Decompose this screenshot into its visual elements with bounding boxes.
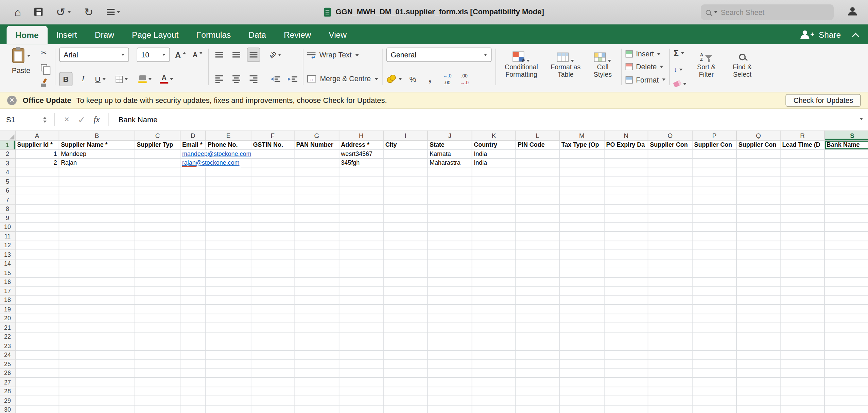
cell-N1[interactable]: PO Expiry Da bbox=[605, 141, 648, 150]
row-header-29[interactable]: 29 bbox=[0, 396, 16, 405]
row-header-3[interactable]: 3 bbox=[0, 159, 16, 168]
cell-M28[interactable] bbox=[560, 387, 605, 396]
cell-A17[interactable] bbox=[16, 287, 59, 296]
row-header-7[interactable]: 7 bbox=[0, 195, 16, 204]
cell-A30[interactable] bbox=[16, 405, 59, 413]
column-header-G[interactable]: G bbox=[295, 130, 340, 140]
cell-M21[interactable] bbox=[560, 323, 605, 332]
cell-R26[interactable] bbox=[781, 369, 825, 378]
paste-button[interactable]: Paste bbox=[5, 47, 36, 89]
cell-J7[interactable] bbox=[428, 195, 472, 204]
cell-C22[interactable] bbox=[135, 332, 180, 341]
row-header-8[interactable]: 8 bbox=[0, 204, 16, 214]
cell-Q10[interactable] bbox=[737, 223, 781, 232]
cell-F9[interactable] bbox=[251, 214, 294, 223]
cell-N19[interactable] bbox=[605, 305, 648, 314]
cell-H20[interactable] bbox=[339, 314, 383, 323]
save-icon[interactable] bbox=[34, 8, 42, 16]
cell-Q14[interactable] bbox=[737, 259, 781, 268]
select-all-corner[interactable] bbox=[0, 130, 16, 140]
cell-I28[interactable] bbox=[384, 387, 428, 396]
cell-K5[interactable] bbox=[472, 177, 516, 186]
cell-M27[interactable] bbox=[560, 378, 605, 387]
cell-Q5[interactable] bbox=[737, 177, 781, 186]
home-icon[interactable]: ⌂ bbox=[14, 6, 21, 18]
cell-S23[interactable] bbox=[825, 341, 868, 351]
cell-B27[interactable] bbox=[59, 378, 135, 387]
cell-H6[interactable] bbox=[339, 186, 383, 195]
cell-Q4[interactable] bbox=[737, 168, 781, 177]
cell-R1[interactable]: Lead Time (D bbox=[781, 141, 825, 150]
cell-N5[interactable] bbox=[605, 177, 648, 186]
cell-F19[interactable] bbox=[251, 305, 294, 314]
cell-A20[interactable] bbox=[16, 314, 59, 323]
cell-B18[interactable] bbox=[59, 296, 135, 305]
cell-B17[interactable] bbox=[59, 287, 135, 296]
column-header-I[interactable]: I bbox=[384, 130, 428, 140]
cell-L29[interactable] bbox=[516, 396, 560, 405]
cell-P1[interactable]: Supplier Con bbox=[693, 141, 737, 150]
cut-scissors-icon[interactable]: ✂ bbox=[41, 49, 47, 57]
cell-J13[interactable] bbox=[428, 250, 472, 259]
italic-button[interactable]: I bbox=[76, 72, 90, 86]
cell-J16[interactable] bbox=[428, 277, 472, 287]
cell-B5[interactable] bbox=[59, 177, 135, 186]
cell-C9[interactable] bbox=[135, 214, 180, 223]
cell-F29[interactable] bbox=[251, 396, 294, 405]
cell-R24[interactable] bbox=[781, 351, 825, 360]
cell-D22[interactable] bbox=[180, 332, 206, 341]
cell-L5[interactable] bbox=[516, 177, 560, 186]
text-orientation-button[interactable]: ab bbox=[268, 48, 282, 62]
cell-A13[interactable] bbox=[16, 250, 59, 259]
cell-B1[interactable]: Supplier Name * bbox=[59, 141, 135, 150]
column-header-R[interactable]: R bbox=[781, 130, 825, 140]
cell-G5[interactable] bbox=[295, 177, 340, 186]
cell-B4[interactable] bbox=[59, 168, 135, 177]
cell-P9[interactable] bbox=[693, 214, 737, 223]
cell-A4[interactable] bbox=[16, 168, 59, 177]
cell-I2[interactable] bbox=[384, 150, 428, 159]
cell-O8[interactable] bbox=[648, 204, 692, 214]
cell-O29[interactable] bbox=[648, 396, 692, 405]
cell-L10[interactable] bbox=[516, 223, 560, 232]
tab-page-layout[interactable]: Page Layout bbox=[123, 24, 187, 44]
cell-M16[interactable] bbox=[560, 277, 605, 287]
cell-K30[interactable] bbox=[472, 405, 516, 413]
enter-check-icon[interactable]: ✓ bbox=[74, 114, 89, 125]
format-painter-icon[interactable] bbox=[40, 78, 48, 87]
cell-N9[interactable] bbox=[605, 214, 648, 223]
cell-S29[interactable] bbox=[825, 396, 868, 405]
cell-R4[interactable] bbox=[781, 168, 825, 177]
cell-I23[interactable] bbox=[384, 341, 428, 351]
cell-J6[interactable] bbox=[428, 186, 472, 195]
cell-J19[interactable] bbox=[428, 305, 472, 314]
row-header-9[interactable]: 9 bbox=[0, 214, 16, 223]
cell-H9[interactable] bbox=[339, 214, 383, 223]
search-scope-caret-icon[interactable] bbox=[714, 11, 717, 14]
cell-A10[interactable] bbox=[16, 223, 59, 232]
cell-K19[interactable] bbox=[472, 305, 516, 314]
cell-G26[interactable] bbox=[295, 369, 340, 378]
cell-C13[interactable] bbox=[135, 250, 180, 259]
cell-L12[interactable] bbox=[516, 241, 560, 250]
cell-R14[interactable] bbox=[781, 259, 825, 268]
increase-decimal-button[interactable]: ←.0.00 bbox=[440, 72, 454, 86]
cell-M24[interactable] bbox=[560, 351, 605, 360]
column-header-D[interactable]: D bbox=[180, 130, 206, 140]
tab-draw[interactable]: Draw bbox=[86, 24, 123, 44]
cell-K20[interactable] bbox=[472, 314, 516, 323]
cell-B19[interactable] bbox=[59, 305, 135, 314]
cell-C28[interactable] bbox=[135, 387, 180, 396]
cell-S7[interactable] bbox=[825, 195, 868, 204]
column-header-C[interactable]: C bbox=[135, 130, 180, 140]
increase-font-size-button[interactable]: A bbox=[174, 48, 187, 62]
cell-L25[interactable] bbox=[516, 360, 560, 369]
cell-M8[interactable] bbox=[560, 204, 605, 214]
cell-R8[interactable] bbox=[781, 204, 825, 214]
cell-N18[interactable] bbox=[605, 296, 648, 305]
cell-H28[interactable] bbox=[339, 387, 383, 396]
cell-N7[interactable] bbox=[605, 195, 648, 204]
cell-A5[interactable] bbox=[16, 177, 59, 186]
cell-L26[interactable] bbox=[516, 369, 560, 378]
cell-D5[interactable] bbox=[180, 177, 206, 186]
